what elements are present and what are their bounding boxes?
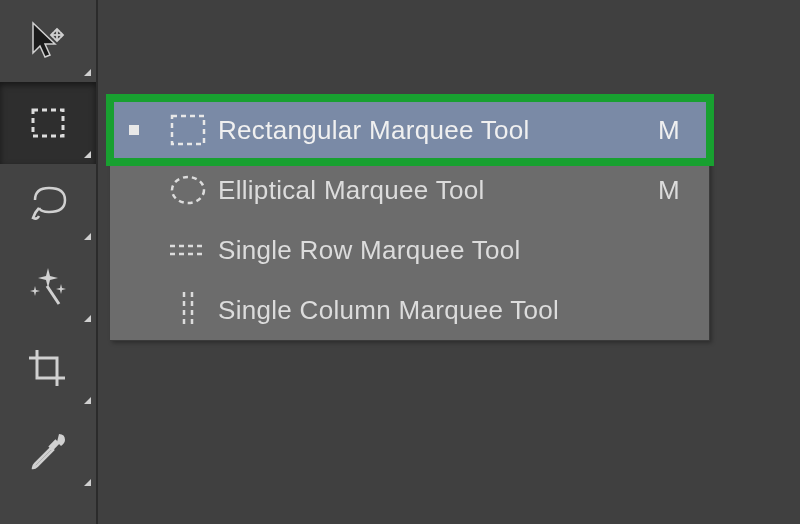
flyout-item-label: Single Row Marquee Tool — [218, 235, 639, 266]
flyout-item-single-column-marquee[interactable]: Single Column Marquee Tool — [110, 280, 709, 340]
flyout-item-label: Elliptical Marquee Tool — [218, 175, 639, 206]
svg-rect-9 — [172, 116, 204, 144]
active-marker — [110, 125, 158, 135]
flyout-item-shortcut: M — [639, 175, 699, 206]
tool-move[interactable] — [0, 0, 96, 82]
flyout-item-label: Rectangular Marquee Tool — [218, 115, 639, 146]
tool-eyedropper[interactable] — [0, 410, 96, 492]
lasso-icon — [25, 182, 71, 228]
tool-marquee[interactable] — [0, 82, 96, 164]
move-icon — [27, 19, 69, 63]
svg-marker-5 — [56, 284, 66, 294]
submenu-indicator-icon — [84, 69, 91, 76]
tool-magic-wand[interactable] — [0, 246, 96, 328]
crop-icon — [25, 346, 71, 392]
row-marquee-icon — [158, 240, 218, 260]
svg-point-10 — [172, 177, 204, 203]
tool-lasso[interactable] — [0, 164, 96, 246]
magic-wand-icon — [25, 264, 71, 310]
submenu-indicator-icon — [84, 315, 91, 322]
toolbar — [0, 0, 98, 524]
flyout-item-rectangular-marquee[interactable]: Rectangular Marquee Tool M — [110, 100, 709, 160]
submenu-indicator-icon — [84, 151, 91, 158]
flyout-item-label: Single Column Marquee Tool — [218, 295, 639, 326]
rect-marquee-icon — [27, 102, 69, 144]
submenu-indicator-icon — [84, 397, 91, 404]
tool-crop[interactable] — [0, 328, 96, 410]
svg-marker-0 — [33, 23, 55, 57]
svg-rect-3 — [33, 110, 63, 136]
ellipse-marquee-icon — [158, 172, 218, 208]
rect-marquee-icon — [158, 112, 218, 148]
eyedropper-icon — [25, 428, 71, 474]
svg-marker-4 — [38, 268, 58, 288]
flyout-item-shortcut: M — [639, 115, 699, 146]
svg-marker-6 — [30, 286, 40, 296]
flyout-item-elliptical-marquee[interactable]: Elliptical Marquee Tool M — [110, 160, 709, 220]
submenu-indicator-icon — [84, 233, 91, 240]
marquee-flyout: Rectangular Marquee Tool M Elliptical Ma… — [110, 100, 710, 341]
column-marquee-icon — [158, 290, 218, 330]
flyout-item-single-row-marquee[interactable]: Single Row Marquee Tool — [110, 220, 709, 280]
submenu-indicator-icon — [84, 479, 91, 486]
